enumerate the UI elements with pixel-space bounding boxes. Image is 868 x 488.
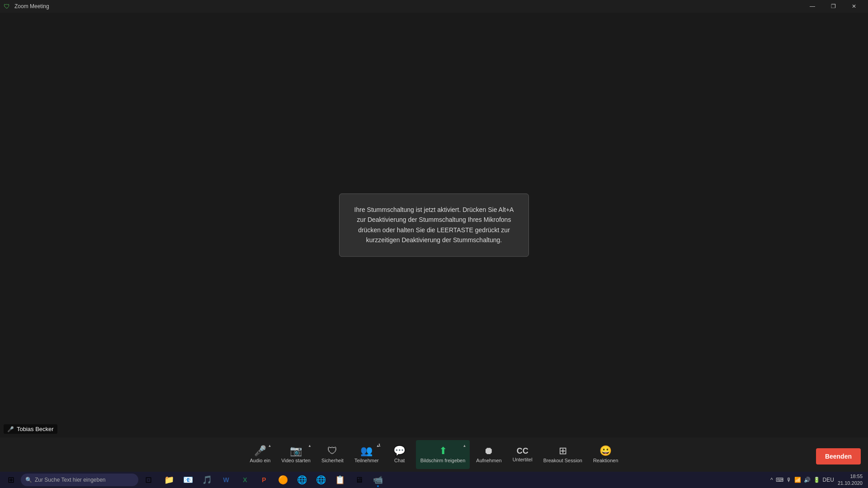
breakout-label: Breakout Session xyxy=(543,458,582,463)
share-screen-button[interactable]: ⬆ Bildschirm freigeben ▲ xyxy=(416,440,470,469)
windows-icon: ⊞ xyxy=(8,475,14,485)
show-hidden-icons[interactable]: ^ xyxy=(770,477,773,483)
mail-icon: 📧 xyxy=(183,475,193,485)
security-icon: 🛡 xyxy=(327,446,337,456)
app-icon-6: 🟠 xyxy=(278,475,288,485)
share-label: Bildschirm freigeben xyxy=(420,458,466,463)
record-button[interactable]: ⏺ Aufnehmen xyxy=(472,440,506,469)
task-view-button[interactable]: ⊡ xyxy=(139,472,157,488)
subtitle-label: Untertitel xyxy=(513,457,533,462)
taskbar-right: ^ ⌨ 🎙 📶 🔊 🔋 DEU 18:55 21.10.2020 xyxy=(770,473,866,487)
video-button[interactable]: 📷 Video starten ▲ xyxy=(277,440,315,469)
share-chevron-icon: ▲ xyxy=(462,444,466,448)
record-icon: ⏺ xyxy=(484,446,494,456)
security-label: Sicherheit xyxy=(321,458,344,463)
chrome-icon: 🌐 xyxy=(297,475,307,485)
window-controls: — ❐ ✕ xyxy=(802,0,864,13)
participants-icon: 👥 xyxy=(360,446,373,456)
edge-button[interactable]: 🌐 xyxy=(312,472,330,488)
end-meeting-button[interactable]: Beenden xyxy=(816,448,861,465)
zoom-taskbar-icon: 📹 xyxy=(373,475,383,485)
file-explorer-icon: 📁 xyxy=(164,475,174,485)
volume-icon: 🔊 xyxy=(804,477,811,483)
record-label: Aufnehmen xyxy=(476,458,501,463)
meeting-toolbar: 🎤 Audio ein ▲ 📷 Video starten ▲ 🛡 Sicher… xyxy=(0,437,868,472)
powerpoint-icon: P xyxy=(262,476,266,483)
participant-badge: 🎤 Tobias Becker xyxy=(4,424,57,434)
audio-chevron-icon: ▲ xyxy=(268,444,271,448)
titlebar-left: 🛡 Zoom Meeting xyxy=(4,3,49,10)
subtitle-icon: CC xyxy=(517,447,528,455)
title-bar: 🛡 Zoom Meeting — ❐ ✕ xyxy=(0,0,868,13)
excel-button[interactable]: X xyxy=(236,472,254,488)
battery-icon: 🔋 xyxy=(813,477,820,483)
app-button-6[interactable]: 🟠 xyxy=(274,472,292,488)
start-button[interactable]: ⊞ xyxy=(2,472,20,488)
reactions-button[interactable]: 😀 Reaktionen xyxy=(589,440,623,469)
taskbar-search[interactable]: 🔍 Zur Suche Text hier eingeben xyxy=(21,474,138,486)
spotify-button[interactable]: 🎵 xyxy=(198,472,216,488)
notification-text: Ihre Stummschaltung ist jetzt aktiviert.… xyxy=(354,205,514,245)
reactions-icon: 😀 xyxy=(599,446,612,456)
zoom-taskbar-button[interactable]: 📹 xyxy=(369,472,387,488)
app-button-9[interactable]: 📋 xyxy=(331,472,349,488)
video-icon: 📷 xyxy=(290,446,302,456)
app-button-10[interactable]: 🖥 xyxy=(350,472,368,488)
video-label: Video starten xyxy=(281,458,311,463)
participant-name: Tobias Becker xyxy=(17,426,54,432)
word-button[interactable]: W xyxy=(217,472,235,488)
file-explorer-button[interactable]: 📁 xyxy=(160,472,178,488)
notification-box: Ihre Stummschaltung ist jetzt aktiviert.… xyxy=(339,193,529,257)
clock-time: 18:55 xyxy=(838,473,863,480)
spotify-icon: 🎵 xyxy=(202,475,212,485)
participants-button[interactable]: 👥 1 Teilnehmer ▲ xyxy=(350,440,383,469)
app-icon-9: 📋 xyxy=(335,475,345,485)
app-icon-10: 🖥 xyxy=(355,475,363,485)
clock-date: 21.10.2020 xyxy=(838,480,863,487)
zoom-shield-icon: 🛡 xyxy=(4,3,11,10)
task-view-icon: ⊡ xyxy=(145,475,152,485)
language-indicator: DEU xyxy=(823,477,834,483)
wifi-icon: 📶 xyxy=(794,477,801,483)
meeting-content: Ihre Stummschaltung ist jetzt aktiviert.… xyxy=(0,13,868,437)
edge-icon: 🌐 xyxy=(316,475,326,485)
chrome-button[interactable]: 🌐 xyxy=(293,472,311,488)
taskbar: ⊞ 🔍 Zur Suche Text hier eingeben ⊡ 📁 📧 🎵… xyxy=(0,472,868,488)
chat-label: Chat xyxy=(394,458,405,463)
reactions-label: Reaktionen xyxy=(593,458,618,463)
security-button[interactable]: 🛡 Sicherheit xyxy=(317,440,348,469)
restore-button[interactable]: ❐ xyxy=(823,0,844,13)
chat-icon: 💬 xyxy=(393,446,406,456)
mute-icon: 🎤 xyxy=(7,426,14,432)
participants-chevron-icon: ▲ xyxy=(376,444,380,448)
search-icon-taskbar: 🔍 xyxy=(25,477,32,483)
keyboard-icon: ⌨ xyxy=(776,477,783,483)
close-button[interactable]: ✕ xyxy=(844,0,864,13)
excel-icon: X xyxy=(243,476,247,483)
minimize-button[interactable]: — xyxy=(802,0,823,13)
breakout-icon: ⊞ xyxy=(559,446,567,456)
powerpoint-button[interactable]: P xyxy=(255,472,273,488)
mic-taskbar-icon: 🎙 xyxy=(786,477,792,483)
share-screen-icon: ⬆ xyxy=(439,446,447,456)
taskbar-system-icons: ^ ⌨ 🎙 📶 🔊 🔋 DEU xyxy=(770,477,834,483)
search-placeholder: Zur Suche Text hier eingeben xyxy=(35,477,106,483)
word-icon: W xyxy=(223,476,229,483)
video-chevron-icon: ▲ xyxy=(308,444,311,448)
subtitle-button[interactable]: CC Untertitel xyxy=(508,440,537,469)
chat-button[interactable]: 💬 Chat xyxy=(385,440,414,469)
mail-button[interactable]: 📧 xyxy=(179,472,197,488)
audio-label: Audio ein xyxy=(250,458,270,463)
participants-label: Teilnehmer xyxy=(354,458,379,463)
breakout-button[interactable]: ⊞ Breakout Session xyxy=(539,440,587,469)
window-title: Zoom Meeting xyxy=(14,3,49,9)
audio-button[interactable]: 🎤 Audio ein ▲ xyxy=(245,440,275,469)
taskbar-apps: 📁 📧 🎵 W X P 🟠 🌐 🌐 📋 🖥 xyxy=(160,472,387,488)
taskbar-clock[interactable]: 18:55 21.10.2020 xyxy=(838,473,863,487)
audio-muted-icon: 🎤 xyxy=(254,446,266,456)
